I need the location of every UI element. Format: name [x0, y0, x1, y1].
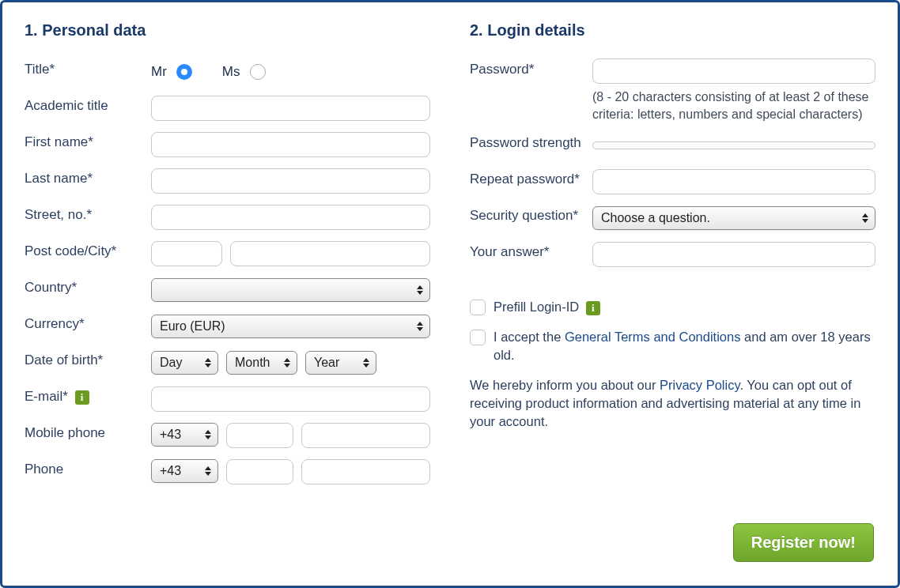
terms-link[interactable]: General Terms and Conditions: [565, 330, 741, 344]
info-icon[interactable]: i: [75, 390, 89, 405]
phone-part1-input[interactable]: [226, 459, 293, 484]
registration-form: 1. Personal data Title* Mr Ms Academic t…: [0, 0, 900, 588]
currency-value: Euro (EUR): [160, 319, 225, 334]
last-name-input[interactable]: [151, 168, 430, 194]
section1-heading: 1. Personal data: [25, 21, 430, 40]
mobile-part1-input[interactable]: [226, 423, 293, 448]
personal-data-section: 1. Personal data Title* Mr Ms Academic t…: [25, 21, 430, 495]
mobile-label: Mobile phone: [25, 422, 151, 441]
first-name-input[interactable]: [151, 132, 430, 157]
academic-label: Academic title: [25, 95, 151, 114]
dob-day-select[interactable]: Day: [151, 351, 218, 375]
chevron-updown-icon: [205, 466, 211, 476]
country-label: Country*: [25, 277, 151, 296]
country-value: [160, 283, 163, 297]
prefill-label: Prefill Login-ID: [493, 300, 579, 314]
country-select[interactable]: [151, 278, 430, 302]
privacy-link[interactable]: Privacy Policy: [660, 378, 739, 392]
phone-code-value: +43: [160, 464, 181, 478]
register-button[interactable]: Register now!: [733, 523, 874, 562]
terms-checkbox[interactable]: [470, 330, 486, 345]
strength-label: Password strength: [470, 132, 592, 151]
currency-select[interactable]: Euro (EUR): [151, 315, 430, 338]
street-input[interactable]: [151, 205, 430, 230]
password-strength-meter: [592, 141, 875, 149]
postcity-label: Post code/City*: [25, 240, 151, 259]
title-label: Title*: [25, 58, 151, 77]
title-mr-radio[interactable]: [176, 64, 192, 80]
title-radio-group: Mr Ms: [151, 64, 430, 80]
dob-month-select[interactable]: Month: [226, 351, 297, 375]
academic-input[interactable]: [151, 96, 430, 121]
password-hint: (8 - 20 characters consisting of at leas…: [592, 89, 875, 122]
secq-label: Security question*: [470, 205, 592, 224]
currency-label: Currency*: [25, 313, 151, 332]
title-ms-radio[interactable]: [250, 64, 266, 80]
phone-code-select[interactable]: +43: [151, 459, 218, 483]
login-details-section: 2. Login details Password* (8 - 20 chara…: [470, 21, 875, 495]
chevron-updown-icon: [417, 285, 423, 295]
repeat-label: Repeat password*: [470, 168, 592, 187]
security-question-select[interactable]: Choose a question.: [592, 206, 875, 230]
phone-label: Phone: [25, 458, 151, 477]
phone-part2-input[interactable]: [301, 459, 430, 484]
privacy-pre: We hereby inform you about our: [470, 378, 660, 392]
prefill-checkbox[interactable]: [470, 300, 486, 315]
chevron-updown-icon: [205, 358, 211, 368]
mobile-part2-input[interactable]: [301, 423, 430, 448]
dob-month-value: Month: [235, 356, 270, 370]
first-name-label: First name*: [25, 131, 151, 150]
chevron-updown-icon: [205, 430, 211, 439]
street-label: Street, no.*: [25, 204, 151, 223]
mobile-code-select[interactable]: +43: [151, 423, 218, 447]
privacy-paragraph: We hereby inform you about our Privacy P…: [470, 376, 875, 431]
mobile-code-value: +43: [160, 428, 181, 442]
section2-heading: 2. Login details: [470, 21, 875, 40]
dob-year-value: Year: [314, 356, 339, 370]
chevron-updown-icon: [417, 322, 423, 331]
password-label: Password*: [470, 58, 592, 77]
last-name-label: Last name*: [25, 168, 151, 187]
chevron-updown-icon: [284, 358, 290, 368]
answer-input[interactable]: [592, 242, 875, 267]
title-mr-label: Mr: [151, 64, 167, 80]
post-code-input[interactable]: [151, 241, 222, 266]
repeat-password-input[interactable]: [592, 169, 875, 194]
answer-label: Your answer*: [470, 241, 592, 260]
dob-day-value: Day: [160, 356, 182, 370]
security-question-value: Choose a question.: [601, 211, 710, 225]
title-ms-label: Ms: [222, 64, 240, 80]
email-label: E-mail* i: [25, 386, 151, 405]
chevron-updown-icon: [363, 358, 369, 368]
info-icon[interactable]: i: [586, 301, 600, 315]
terms-pre: I accept the: [493, 330, 565, 344]
city-input[interactable]: [230, 241, 430, 266]
dob-label: Date of birth*: [25, 349, 151, 368]
chevron-updown-icon: [862, 213, 868, 223]
prefill-row: Prefill Login-ID i: [470, 298, 875, 315]
email-input[interactable]: [151, 386, 430, 412]
dob-year-select[interactable]: Year: [305, 351, 376, 375]
password-input[interactable]: [592, 58, 875, 84]
terms-row: I accept the General Terms and Condition…: [470, 328, 875, 364]
